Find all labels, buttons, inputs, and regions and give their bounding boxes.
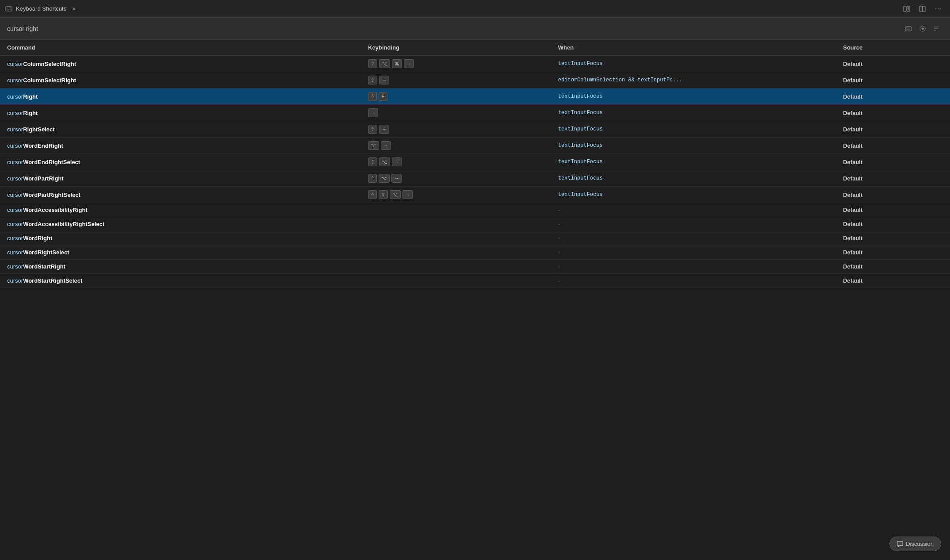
key-badge: ⌥ [390,190,401,199]
keybinding-cell: ⇧⌥→ [361,154,551,170]
keybinding-cell [361,260,551,274]
command-cell: cursorWordEndRightSelect [0,154,361,170]
open-to-side-button[interactable] [900,3,913,15]
when-cell: textInputFocus [551,88,836,105]
command-cell: cursorWordEndRight [0,138,361,154]
svg-rect-14 [906,27,907,28]
command-cell: cursorRight [0,105,361,121]
source-cell: Default [836,138,950,154]
command-prefix: cursor [7,142,23,149]
keybinding-cell [361,231,551,245]
when-cell: - [551,260,836,274]
keyboard-search-button[interactable] [902,23,915,35]
command-suffix: WordAccessibilityRight [23,207,88,213]
search-input[interactable] [7,25,902,32]
source-cell: Default [836,88,950,105]
table-row[interactable]: cursorWordRightSelect-Default [0,245,950,260]
command-prefix: cursor [7,277,23,284]
table-row[interactable]: cursorWordEndRight⌥→textInputFocusDefaul… [0,138,950,154]
svg-rect-16 [908,27,909,28]
svg-rect-3 [9,8,10,8]
column-keybinding: Keybinding [361,40,551,56]
command-suffix: WordPartRightSelect [23,192,80,198]
svg-rect-4 [10,8,11,8]
svg-rect-19 [908,29,909,30]
table-row[interactable]: cursorColumnSelectRight⇧⌥⌘→textInputFocu… [0,56,950,72]
search-bar [0,18,950,40]
table-row[interactable]: cursorRight^FtextInputFocusDefault [0,88,950,105]
table-row[interactable]: cursorWordPartRight^⌥→textInputFocusDefa… [0,170,950,187]
table-row[interactable]: cursorWordStartRightSelect-Default [0,274,950,288]
table-row[interactable]: cursorRight→textInputFocusDefault [0,105,950,121]
table-row[interactable]: cursorWordRight-Default [0,231,950,245]
keyboard-tab-icon [5,5,12,12]
key-badge: → [368,108,378,117]
command-suffix: ColumnSelectRight [23,61,76,67]
key-badge: ⌥ [379,59,390,68]
command-suffix: WordEndRightSelect [23,159,80,165]
table-row[interactable]: cursorWordEndRightSelect⇧⌥→textInputFocu… [0,154,950,170]
command-prefix: cursor [7,263,23,270]
command-cell: cursorWordPartRightSelect [0,187,361,203]
command-prefix: cursor [7,175,23,182]
command-cell: cursorWordStartRightSelect [0,274,361,288]
svg-rect-2 [8,8,9,8]
table-row[interactable]: cursorWordAccessibilityRightSelect-Defau… [0,217,950,231]
command-prefix: cursor [7,110,23,116]
when-cell: - [551,217,836,231]
title-bar-actions: ··· [900,3,945,15]
column-when: When [551,40,836,56]
column-source: Source [836,40,950,56]
svg-rect-6 [8,9,10,10]
command-prefix: cursor [7,192,23,198]
command-cell: cursorWordAccessibilityRightSelect [0,217,361,231]
table-row[interactable]: cursorWordPartRightSelect^⇧⌥→textInputFo… [0,187,950,203]
more-actions-button[interactable]: ··· [932,3,945,15]
keybinding-cell [361,217,551,231]
close-tab-button[interactable]: × [70,5,78,13]
title-bar-title: Keyboard Shortcuts [16,5,66,12]
when-cell: textInputFocus [551,187,836,203]
key-badge: ⌥ [379,157,390,166]
key-badge: → [379,125,389,134]
split-editor-button[interactable] [916,3,929,15]
table-header-row: Command Keybinding When Source [0,40,950,56]
source-cell: Default [836,187,950,203]
title-bar: Keyboard Shortcuts × ··· [0,0,950,18]
sort-by-button[interactable] [931,23,943,35]
when-cell: textInputFocus [551,154,836,170]
source-cell: Default [836,72,950,88]
shortcuts-table: Command Keybinding When Source cursorCol… [0,40,950,288]
when-cell: textInputFocus [551,170,836,187]
when-cell: - [551,203,836,217]
command-cell: cursorWordPartRight [0,170,361,187]
source-cell: Default [836,121,950,138]
command-prefix: cursor [7,235,23,242]
keybinding-cell: ⇧→ [361,72,551,88]
command-suffix: WordPartRight [23,175,63,182]
keybinding-cell: ⇧→ [361,121,551,138]
when-cell: textInputFocus [551,105,836,121]
command-suffix: WordRightSelect [23,249,69,256]
table-row[interactable]: cursorWordAccessibilityRight-Default [0,203,950,217]
table-row[interactable]: cursorRightSelect⇧→textInputFocusDefault [0,121,950,138]
command-prefix: cursor [7,159,23,165]
key-badge: ⇧ [368,76,377,84]
source-cell: Default [836,203,950,217]
key-badge: ⌘ [392,59,402,68]
key-badge: → [392,157,402,166]
column-command: Command [0,40,361,56]
command-suffix: WordAccessibilityRightSelect [23,221,104,227]
svg-point-22 [922,27,924,30]
command-suffix: ColumnSelectRight [23,77,76,84]
command-suffix: WordRight [23,235,52,242]
table-row[interactable]: cursorColumnSelectRight⇧→editorColumnSel… [0,72,950,88]
discussion-button[interactable]: Discussion [889,537,941,551]
record-keys-button[interactable] [916,23,929,35]
source-cell: Default [836,105,950,121]
when-cell: textInputFocus [551,121,836,138]
source-cell: Default [836,56,950,72]
command-cell: cursorRightSelect [0,121,361,138]
key-badge: → [379,76,389,84]
table-row[interactable]: cursorWordStartRight-Default [0,260,950,274]
